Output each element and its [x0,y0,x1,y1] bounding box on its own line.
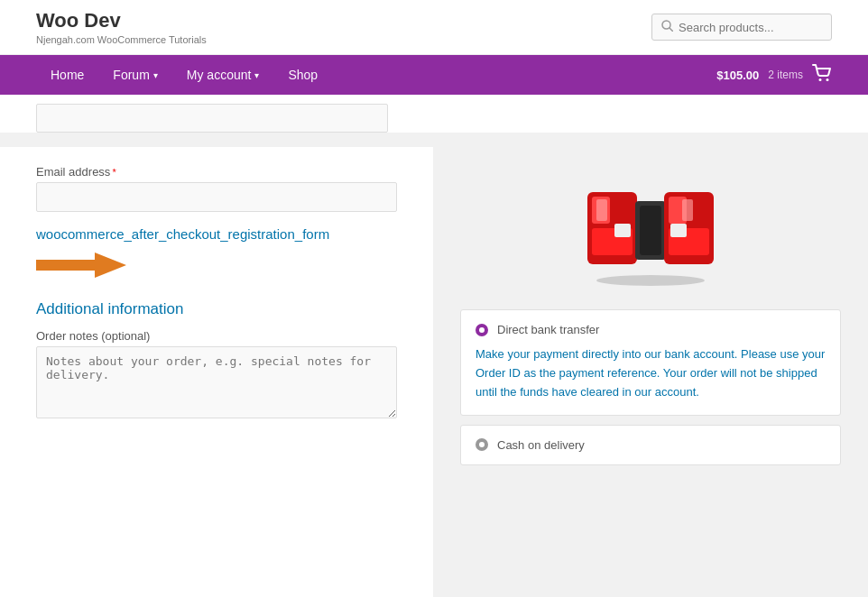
svg-line-1 [669,28,673,32]
direct-bank-radio[interactable] [476,324,488,336]
payment-cash-delivery-option[interactable]: Cash on delivery [476,438,826,452]
forum-chevron-icon: ▾ [153,70,158,80]
svg-marker-4 [36,253,126,278]
orange-arrow-icon [36,249,126,281]
svg-point-2 [819,78,822,81]
site-tagline: Njengah.com WooCommerce Tutorials [36,34,207,45]
additional-info-section: Additional information Order notes (opti… [36,300,397,421]
cart-icon[interactable] [812,64,832,87]
site-title: Woo Dev [36,9,207,32]
direct-bank-description: Make your payment directly into our bank… [476,345,826,401]
search-icon [661,20,673,34]
payment-direct-bank-box[interactable]: Direct bank transfer Make your payment d… [460,309,841,415]
product-image-area [460,165,841,309]
hook-text-block: woocommerce_after_checkout_registration_… [36,225,397,284]
search-input[interactable] [679,21,822,34]
arrow-indicator [36,249,397,284]
order-notes-label: Order notes (optional) [36,329,397,343]
email-label: Email address* [36,165,397,179]
direct-bank-label: Direct bank transfer [497,323,599,336]
svg-rect-16 [670,224,687,237]
product-image [578,174,723,291]
order-notes-input[interactable] [36,346,397,418]
nav-links: Home Forum ▾ My account ▾ Shop [36,55,332,95]
nav-item-home[interactable]: Home [36,55,98,95]
additional-info-heading: Additional information [36,300,397,318]
myaccount-chevron-icon: ▾ [254,70,259,80]
cart-items-count: 2 items [768,69,803,81]
svg-rect-14 [682,199,693,221]
cart-area[interactable]: $105.00 2 items [716,64,832,87]
svg-point-17 [596,275,705,286]
main-content: Email address* woocommerce_after_checkou… [0,147,868,597]
payment-direct-bank-option[interactable]: Direct bank transfer [476,323,826,336]
email-required-marker: * [112,167,115,178]
cash-delivery-radio[interactable] [476,438,488,451]
top-partial-input[interactable] [36,104,388,133]
svg-point-3 [826,78,829,81]
cart-total: $105.00 [716,69,759,82]
svg-rect-8 [596,199,607,221]
search-box[interactable] [651,14,832,41]
hook-function-name: woocommerce_after_checkout_registration_… [36,225,397,243]
payment-cash-delivery-box[interactable]: Cash on delivery [460,425,841,465]
nav-item-myaccount[interactable]: My account ▾ [172,55,274,95]
nav-item-forum[interactable]: Forum ▾ [98,55,171,95]
site-navigation: Home Forum ▾ My account ▾ Shop $105.00 2… [0,55,868,95]
top-input-bar [0,95,868,133]
email-field-group: Email address* [36,165,397,212]
nav-item-shop[interactable]: Shop [273,55,332,95]
site-header: Woo Dev Njengah.com WooCommerce Tutorial… [0,0,868,55]
svg-rect-10 [640,206,661,255]
checkout-right-panel: Direct bank transfer Make your payment d… [433,147,868,597]
checkout-form-left: Email address* woocommerce_after_checkou… [0,147,433,597]
email-input[interactable] [36,182,397,212]
cash-delivery-label: Cash on delivery [497,438,585,452]
site-branding: Woo Dev Njengah.com WooCommerce Tutorial… [36,9,207,45]
svg-rect-15 [614,224,631,237]
